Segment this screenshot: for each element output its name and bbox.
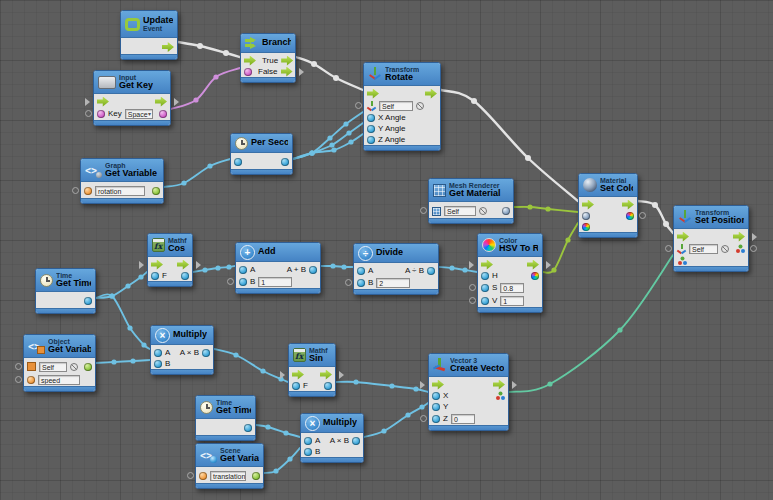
node-set-position[interactable]: TransformSet PositionSelf <box>673 205 749 272</box>
any-port-out[interactable] <box>252 472 260 480</box>
flow-port-in[interactable] <box>432 380 444 390</box>
num-port-in[interactable] <box>151 272 159 280</box>
num-port-in[interactable] <box>432 415 440 423</box>
vector3-port-in[interactable] <box>677 256 687 266</box>
flow-port-out[interactable] <box>493 380 505 390</box>
str-port-in[interactable] <box>199 472 207 480</box>
num-port-in[interactable] <box>304 448 312 456</box>
vector3-port-out[interactable] <box>735 244 745 254</box>
str-port-in[interactable] <box>27 376 35 384</box>
wire[interactable] <box>296 57 363 90</box>
value-field[interactable]: Self <box>379 101 413 111</box>
flow-port-out[interactable] <box>425 89 437 99</box>
node-sin[interactable]: fxMathfSinF <box>288 343 336 397</box>
node-cos[interactable]: fxMathfCosF <box>147 233 193 287</box>
flow-port-out[interactable] <box>281 56 293 66</box>
flow-port-out[interactable] <box>320 370 332 380</box>
bool-port-in[interactable] <box>97 110 105 118</box>
node-create-vector3[interactable]: Vector 3Create Vector 3XYZ0 <box>428 353 509 431</box>
node-get-key[interactable]: InputGet KeyKeySpace <box>93 70 171 126</box>
num-port-in[interactable] <box>154 349 162 357</box>
num-port-in[interactable] <box>292 382 300 390</box>
mat-port-in[interactable] <box>582 212 590 220</box>
wire[interactable] <box>321 266 353 267</box>
wire[interactable] <box>96 294 150 349</box>
num-port-out[interactable] <box>309 266 317 274</box>
num-port-in[interactable] <box>481 272 489 280</box>
value-field[interactable]: 0.8 <box>500 283 524 293</box>
value-field[interactable]: 1 <box>500 296 524 306</box>
flow-port-in[interactable] <box>367 89 379 99</box>
num-port-in[interactable] <box>367 114 375 122</box>
value-field[interactable]: 2 <box>376 278 410 288</box>
any-port-out[interactable] <box>152 187 160 195</box>
value-field[interactable]: Self <box>444 206 476 216</box>
num-port-out[interactable] <box>244 424 252 432</box>
num-port-in[interactable] <box>367 125 375 133</box>
num-port-in[interactable] <box>357 279 365 287</box>
flow-port-in[interactable] <box>151 260 163 270</box>
node-get-variable-rotation[interactable]: <>GraphGet Variablerotation <box>80 158 164 204</box>
num-port-in[interactable] <box>234 158 242 166</box>
wire[interactable] <box>164 159 230 187</box>
null-toggle-icon[interactable] <box>721 245 729 253</box>
node-divide[interactable]: ÷DivideAA ÷ BB2 <box>353 243 439 295</box>
num-port-in[interactable] <box>357 267 365 275</box>
color-port-out[interactable] <box>626 212 634 220</box>
bool-port-out[interactable] <box>159 110 167 118</box>
flow-port-in[interactable] <box>244 56 256 66</box>
value-field[interactable]: translation <box>210 471 246 481</box>
node-get-time-bottom[interactable]: TimeGet Time <box>195 395 256 441</box>
num-port-in[interactable] <box>432 403 440 411</box>
num-port-in[interactable] <box>367 136 375 144</box>
flow-port-out[interactable] <box>177 260 189 270</box>
node-set-color[interactable]: MaterialSet Color <box>578 173 638 238</box>
node-get-material[interactable]: Mesh RendererGet MaterialSelf <box>428 178 514 224</box>
color-port-out[interactable] <box>531 272 539 280</box>
wire[interactable] <box>171 68 240 109</box>
value-field[interactable]: 0 <box>451 414 475 424</box>
color-port-in[interactable] <box>582 223 590 231</box>
value-field[interactable]: Space <box>125 109 153 119</box>
null-toggle-icon[interactable] <box>70 363 78 371</box>
value-field[interactable]: 1 <box>258 277 292 287</box>
num-port-out[interactable] <box>352 437 360 445</box>
node-update-event[interactable]: UpdateEvent <box>120 10 178 60</box>
flow-port-in[interactable] <box>97 97 109 107</box>
flow-port-in[interactable] <box>582 200 594 210</box>
num-port-in[interactable] <box>239 278 247 286</box>
flow-port-in[interactable] <box>292 370 304 380</box>
str-port-in[interactable] <box>84 187 92 195</box>
flow-port-out[interactable] <box>527 260 539 270</box>
num-port-out[interactable] <box>324 382 332 390</box>
num-port-in[interactable] <box>304 437 312 445</box>
flow-port-out[interactable] <box>162 42 174 52</box>
num-port-out[interactable] <box>281 158 289 166</box>
node-get-time-top[interactable]: TimeGet Time <box>35 268 96 314</box>
flow-port-out[interactable] <box>155 97 167 107</box>
node-multiply-bottom[interactable]: ×MultiplyAA × BB <box>300 413 364 463</box>
null-toggle-icon[interactable] <box>479 207 487 215</box>
vector3-port-out[interactable] <box>495 391 505 401</box>
wire[interactable] <box>364 403 428 437</box>
value-field[interactable]: rotation <box>95 186 145 196</box>
flow-port-out[interactable] <box>733 232 745 242</box>
node-add[interactable]: +AddAA + BB1 <box>235 242 321 294</box>
wire[interactable] <box>96 360 150 363</box>
value-field[interactable]: Self <box>689 244 718 254</box>
flow-port-in[interactable] <box>481 260 493 270</box>
flow-port-in[interactable] <box>677 232 689 242</box>
graph-canvas[interactable]: UpdateEventBranchTrueFalseInputGet KeyKe… <box>0 0 773 500</box>
value-field[interactable]: speed <box>38 375 80 385</box>
node-get-variable-speed[interactable]: <>ObjectGet VariableSelfspeed <box>23 334 96 392</box>
null-toggle-icon[interactable] <box>416 102 424 110</box>
num-port-in[interactable] <box>239 266 247 274</box>
node-hsv-to-rgb[interactable]: ColorHSV To RGBHS0.8V1 <box>477 233 543 313</box>
node-branch[interactable]: BranchTrueFalse <box>240 33 296 83</box>
value-field[interactable]: Self <box>39 362 67 372</box>
num-port-out[interactable] <box>427 267 435 275</box>
num-port-in[interactable] <box>154 360 162 368</box>
node-multiply-mid[interactable]: ×MultiplyAA × BB <box>150 325 214 375</box>
flow-port-out[interactable] <box>622 200 634 210</box>
wire[interactable] <box>256 425 300 437</box>
